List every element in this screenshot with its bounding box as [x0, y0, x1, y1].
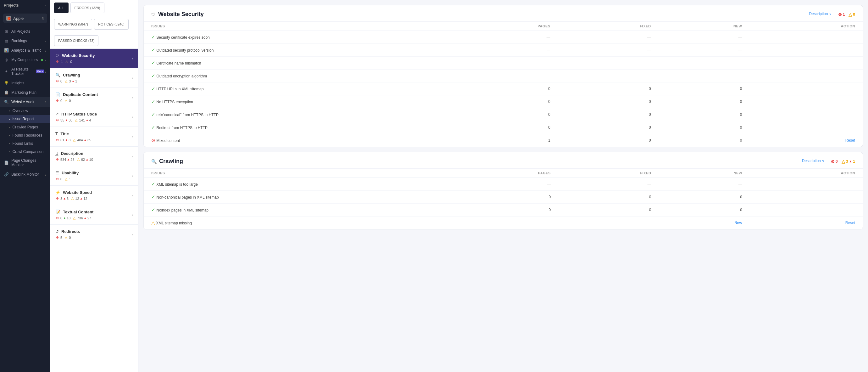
issue-fixed: —	[558, 44, 658, 57]
backlink-monitor-icon: 🔗	[4, 172, 9, 177]
usability-title: Usability	[62, 171, 79, 175]
table-row: ✓ Security certificate expires soon — — …	[144, 31, 863, 44]
sidebar-sub-crawled-pages[interactable]: Crawled Pages	[0, 123, 50, 131]
project-selector[interactable]: 🍎 Apple ⇅	[3, 13, 47, 23]
crawl-col-fixed: FIXED	[558, 169, 658, 178]
tab-passed[interactable]: PASSED CHECKS (73)	[54, 35, 98, 46]
issue-fixed: 0	[558, 108, 658, 121]
issue-label: ✓ No HTTPS encryption	[144, 95, 451, 108]
tab-errors[interactable]: ERRORS (1329)	[70, 2, 104, 13]
sidebar-item-ai-results[interactable]: ✦ AI Results Tracker Beta ∨	[0, 64, 50, 78]
redirects-errors: ⊗ 5	[56, 235, 62, 239]
website-speed-icon: ⚡	[55, 190, 60, 195]
sidebar-sub-overview[interactable]: Overview	[0, 107, 50, 115]
category-website-security[interactable]: 🛡 Website Security ⊗ 1 △ 0 ›	[50, 49, 138, 68]
sidebar-item-all-projects[interactable]: ⊞ All Projects	[0, 27, 50, 36]
title-cat-title: Title	[61, 132, 69, 136]
crawling-title: Crawling	[63, 73, 80, 78]
competitors-arrow: ∨	[44, 58, 46, 62]
category-textual-content[interactable]: 📝 Textual Content ⊗ 0 ▲18 △ 736 ▲27 ›	[50, 205, 138, 225]
sidebar-item-analytics[interactable]: 📊 Analytics & Traffic ∨	[0, 46, 50, 55]
sidebar-item-marketing[interactable]: 📋 Marketing Plan	[0, 88, 50, 97]
issue-action	[750, 178, 863, 191]
category-http-status[interactable]: ↗ HTTP Status Code ⊗ 35 ▲30 △ 141 ▲4 ›	[50, 107, 138, 127]
sidebar-sub-issue-report[interactable]: Issue Report	[0, 115, 50, 123]
reset-button[interactable]: Reset	[845, 138, 855, 143]
reset-button[interactable]: Reset	[845, 221, 855, 225]
issue-action[interactable]: Reset	[750, 217, 863, 229]
ws-description-button[interactable]: Description ∨	[809, 12, 832, 17]
website-audit-label: Website Audit	[11, 100, 44, 104]
tab-notices[interactable]: NOTICES (3246)	[94, 19, 129, 30]
backlink-monitor-label: Backlink Monitor	[11, 172, 44, 177]
dup-content-icon: 📄	[55, 92, 60, 97]
sidebar-sub-found-resources[interactable]: Found Resources	[0, 131, 50, 139]
sidebar-item-insights[interactable]: 💡 Insights	[0, 78, 50, 88]
crawl-title-area: 🔍 Crawling	[151, 158, 183, 165]
table-row: ✓ HTTP URLs in XML sitemap 0 0 0	[144, 82, 863, 95]
redirects-title: Redirects	[61, 229, 80, 234]
table-row: △ XML sitemap missing — — New Reset	[144, 217, 863, 229]
tab-all[interactable]: ALL	[54, 2, 68, 13]
textual-arrow-icon: ›	[132, 213, 133, 217]
crawl-desc-label: Description	[802, 159, 821, 163]
category-description[interactable]: U Description ⊗ 534 ▲28 △ 62 ▲10 ›	[50, 147, 138, 166]
backlink-monitor-arrow: ∨	[44, 173, 46, 176]
issue-label: ✓ XML sitemap is too large	[144, 178, 451, 191]
competitors-dot	[41, 59, 43, 61]
issue-pages: —	[451, 44, 558, 57]
table-row: ✓ XML sitemap is too large — — —	[144, 178, 863, 191]
sidebar-item-competitors[interactable]: ◎ My Competitors ∨	[0, 55, 50, 64]
ws-section-title: Website Security	[158, 11, 204, 18]
crawl-description-button[interactable]: Description ∨	[802, 159, 825, 164]
website-security-icon: 🛡	[55, 53, 59, 58]
table-row: ✓ No HTTPS encryption 0 0 0	[144, 95, 863, 108]
issue-new: 0	[658, 82, 750, 95]
issue-fixed: 0	[558, 191, 658, 204]
crawl-badges: ⊗ 0 △ 3 ▲ 1	[831, 159, 855, 164]
sidebar-sub-found-links[interactable]: Found Links	[0, 139, 50, 148]
issue-label: ✓ Non-canonical pages in XML sitemap	[144, 191, 451, 204]
http-title: HTTP Status Code	[61, 112, 97, 116]
crawl-col-pages: PAGES	[451, 169, 558, 178]
projects-label: Projects	[4, 3, 19, 7]
crawl-col-issues: ISSUES	[144, 169, 451, 178]
issue-new: —	[658, 31, 750, 44]
project-icon: 🍎	[6, 16, 11, 21]
category-website-speed[interactable]: ⚡ Website Speed ⊗ 3 ▲3 △ 12 ▲12 ›	[50, 186, 138, 205]
col-new: NEW	[658, 22, 750, 31]
category-crawling[interactable]: 🔍 Crawling ⊗ 0 △ 3 ▲1 ›	[50, 68, 138, 88]
category-usability[interactable]: ☰ Usability ⊗ 0 △ 1 ›	[50, 166, 138, 186]
sidebar-item-website-audit[interactable]: 🔍 Website Audit ∧	[0, 97, 50, 107]
issue-fixed: 0	[558, 121, 658, 134]
col-action: ACTION	[749, 22, 863, 31]
rankings-arrow: ∨	[44, 39, 46, 43]
warn-triangle-icon: △	[151, 220, 155, 225]
ws-warn-badge: △ 0	[848, 12, 855, 17]
issue-action[interactable]: Reset	[749, 134, 863, 147]
ai-results-icon: ✦	[4, 69, 9, 74]
ws-title-area: 🛡 Website Security	[151, 11, 204, 18]
sidebar-item-page-changes[interactable]: 📄 Page Changes Monitor	[0, 156, 50, 170]
crawl-col-new: NEW	[659, 169, 750, 178]
category-redirects[interactable]: ↺ Redirects ⊗ 5 △ 0 ›	[50, 225, 138, 244]
category-title[interactable]: T Title ⊗ 61 ▲8 △ 484 ▲35 ›	[50, 127, 138, 147]
sidebar-item-backlink-monitor[interactable]: 🔗 Backlink Monitor ∨	[0, 170, 50, 179]
sidebar-sub-crawl-comparison[interactable]: Crawl Comparison	[0, 148, 50, 156]
tab-warnings[interactable]: WARNINGS (5847)	[54, 19, 92, 30]
analytics-arrow: ∨	[44, 49, 46, 52]
all-projects-icon: ⊞	[4, 29, 9, 34]
issue-new: 0	[658, 121, 750, 134]
category-duplicate-content[interactable]: 📄 Duplicate Content ⊗ 0 △ 0 ›	[50, 88, 138, 107]
issue-new: 0	[658, 134, 750, 147]
collapse-button[interactable]: ‹	[45, 3, 46, 7]
check-icon: ✓	[151, 60, 155, 65]
issue-pages: —	[451, 217, 558, 229]
speed-errors: ⊗ 3 ▲3	[56, 196, 68, 200]
ws-err-icon: ⊗	[838, 12, 842, 17]
insights-label: Insights	[11, 81, 46, 85]
col-fixed: FIXED	[558, 22, 658, 31]
table-row: ✓ Outdated encryption algorithm — — —	[144, 69, 863, 82]
sidebar-item-rankings[interactable]: ▤ Rankings ∨	[0, 36, 50, 46]
ws-desc-chevron: ∨	[829, 12, 832, 16]
